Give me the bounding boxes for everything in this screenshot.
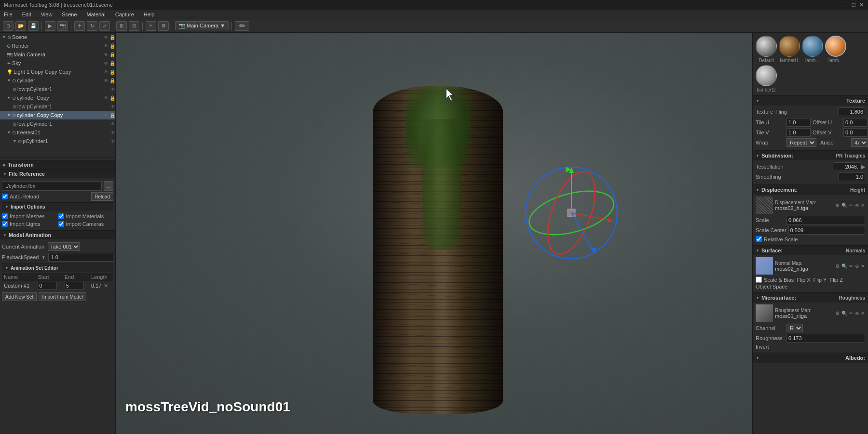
file-ref-browse-btn[interactable]: … [104, 181, 113, 191]
file-reference-header[interactable]: File Reference [0, 169, 115, 178]
playback-speed-input[interactable] [48, 253, 113, 262]
tree-item-camera[interactable]: 📷 Main Camera 👁 🔒 [0, 50, 115, 59]
tree-item-scene[interactable]: ▼ ⊙ Scene 👁 🔒 [0, 33, 115, 41]
tessellation-input[interactable] [834, 162, 860, 171]
toolbar-open[interactable]: 📂 [15, 21, 26, 31]
menu-material[interactable]: Material [85, 12, 108, 17]
menu-capture[interactable]: Capture [113, 12, 136, 17]
tile-v-input[interactable] [787, 128, 811, 137]
toolbar-add-light[interactable]: + [146, 21, 156, 31]
import-cameras-cb[interactable] [58, 221, 64, 227]
tile-u-input[interactable] [787, 118, 811, 127]
import-lights-cb[interactable] [2, 221, 8, 227]
relative-scale-cb[interactable] [756, 236, 762, 242]
mat-thumb-lambert4[interactable]: lambert2 [756, 65, 777, 92]
disp-scale-center-input[interactable] [788, 226, 865, 235]
toolbar-capture[interactable]: 📷 [57, 21, 68, 31]
anim-set-editor-header[interactable]: Animation Set Editor [2, 263, 113, 272]
tree-item-low-cyl1[interactable]: ⊙ low:pCylinder1 👁 [0, 85, 115, 93]
model-animation-header[interactable]: Model Animation [0, 230, 115, 239]
roughness-value-input[interactable] [787, 334, 865, 342]
viewport[interactable]: mossTreeVid_noSound01 [116, 33, 752, 434]
treetest-eye[interactable]: 👁 [110, 130, 115, 135]
toolbar-grid[interactable]: ⊟ [129, 21, 139, 31]
texture-section-header[interactable]: Texture [753, 96, 868, 105]
transform-header[interactable]: Transform [0, 160, 115, 169]
wrap-select[interactable]: Repeat [787, 138, 816, 147]
tree-item-cyl-copy-copy[interactable]: ▼ ⊙ cylinder Copy Copy 👁 🔒 [0, 111, 115, 119]
toolbar-scale[interactable]: ⤢ [99, 21, 110, 31]
disp-search-btn[interactable]: 🔍 [841, 203, 848, 208]
disp-scale-input[interactable] [787, 216, 865, 224]
cyl-copy-eye[interactable]: 👁 [104, 95, 108, 101]
toolbar-rotate[interactable]: ↻ [87, 21, 97, 31]
render-lock-icon[interactable]: 🔒 [109, 43, 115, 49]
aniso-select[interactable]: 4x [851, 138, 868, 147]
import-from-model-btn[interactable]: Import From Model [39, 292, 86, 301]
add-new-set-btn[interactable]: Add New Set [2, 292, 37, 301]
toolbar-save[interactable]: 💾 [28, 21, 39, 31]
rough-copy-btn[interactable]: ⊕ [854, 311, 859, 316]
disp-settings-btn[interactable]: ⚙ [835, 203, 840, 208]
maximize-button[interactable]: □ [852, 1, 855, 8]
offset-u-input[interactable] [843, 118, 868, 127]
camera-selector[interactable]: 📷 Main Camera ▼ [175, 21, 229, 30]
mat-thumb-default[interactable]: Default [756, 36, 777, 63]
menu-help[interactable]: Help [142, 12, 157, 17]
menu-edit[interactable]: Edit [20, 12, 33, 17]
displacement-header[interactable]: Displacement: Height [753, 185, 868, 195]
file-ref-path-input[interactable] [2, 181, 102, 191]
toolbar-new[interactable]: 🗋 [3, 21, 14, 31]
tree-item-light[interactable]: 💡 Light 1 Copy Copy Copy 👁 🔒 [0, 67, 115, 76]
cylinder-lock-icon[interactable]: 🔒 [109, 78, 115, 83]
toolbar-move[interactable]: ✛ [74, 21, 85, 31]
disp-copy-btn[interactable]: ⊕ [854, 203, 859, 208]
disp-edit-btn[interactable]: ✏ [849, 203, 854, 208]
low-cyl1-eye[interactable]: 👁 [110, 87, 115, 92]
tree-item-render[interactable]: ⊙ Render 👁 🔒 [0, 41, 115, 50]
subdivision-header[interactable]: Subdivision: PN Triangles [753, 151, 868, 160]
tree-item-low-cyl3[interactable]: ⊙ low:pCylinder1 👁 [0, 119, 115, 128]
channel-select[interactable]: R [787, 324, 803, 332]
scene-eye-icon[interactable]: 👁 [104, 35, 108, 40]
import-options-header[interactable]: Import Options [2, 202, 113, 211]
toolbar-settings[interactable]: ⚙ [158, 21, 169, 31]
toolbar-render[interactable]: ▶ [45, 21, 55, 31]
rough-search-btn[interactable]: 🔍 [841, 311, 848, 316]
toolbar-snap[interactable]: ⊞ [116, 21, 127, 31]
norm-settings-btn[interactable]: ⚙ [835, 263, 840, 269]
playback-speed-arrows[interactable]: ⬆ [41, 255, 45, 260]
close-button[interactable]: ✕ [859, 1, 864, 8]
import-materials-cb[interactable] [58, 213, 64, 219]
sky-eye-icon[interactable]: 👁 [104, 61, 108, 66]
tree-item-treetest[interactable]: ▼ ⊙ treetest01 👁 [0, 128, 115, 137]
cyl-copy-lock[interactable]: 🔒 [109, 95, 115, 101]
menu-scene[interactable]: Scene [60, 12, 79, 17]
cylinder-eye-icon[interactable]: 👁 [104, 78, 108, 83]
mat-thumb-lambert2[interactable]: lamb... [802, 36, 823, 63]
surface-header[interactable]: Surface: Normals [753, 246, 868, 255]
low-cyl2-eye[interactable]: 👁 [110, 104, 115, 109]
scene-lock-icon[interactable]: 🔒 [109, 35, 115, 40]
low-cyl3-eye[interactable]: 👁 [110, 121, 115, 127]
minimize-button[interactable]: ─ [844, 1, 848, 8]
smoothing-input[interactable] [839, 172, 865, 181]
cyl-cc-lock[interactable]: 🔒 [109, 113, 115, 118]
render-eye-icon[interactable]: 👁 [104, 43, 108, 49]
anim-delete-icon[interactable]: ✕ [104, 283, 108, 289]
toolbar-cursor[interactable]: ✏ [235, 21, 249, 31]
tree-item-sky[interactable]: ☀ Sky 👁 🔒 [0, 59, 115, 67]
current-anim-select[interactable]: Take 001 [48, 242, 80, 251]
rough-edit-btn[interactable]: ✏ [849, 311, 854, 316]
rough-settings-btn[interactable]: ⚙ [835, 311, 840, 316]
light-lock-icon[interactable]: 🔒 [109, 69, 115, 75]
scale-bias-cb[interactable] [756, 276, 762, 283]
camera-lock-icon[interactable]: 🔒 [109, 52, 115, 57]
tree-item-pcyl1[interactable]: ▼ ⊙ pCylinder1 👁 [0, 137, 115, 145]
camera-eye-icon[interactable]: 👁 [104, 52, 108, 57]
norm-copy-btn[interactable]: ⊕ [854, 263, 859, 269]
menu-view[interactable]: View [39, 12, 54, 17]
norm-edit-btn[interactable]: ✏ [849, 263, 854, 269]
disp-delete-btn[interactable]: ✕ [860, 203, 865, 208]
microsurface-header[interactable]: Microsurface: Roughness [753, 293, 868, 302]
